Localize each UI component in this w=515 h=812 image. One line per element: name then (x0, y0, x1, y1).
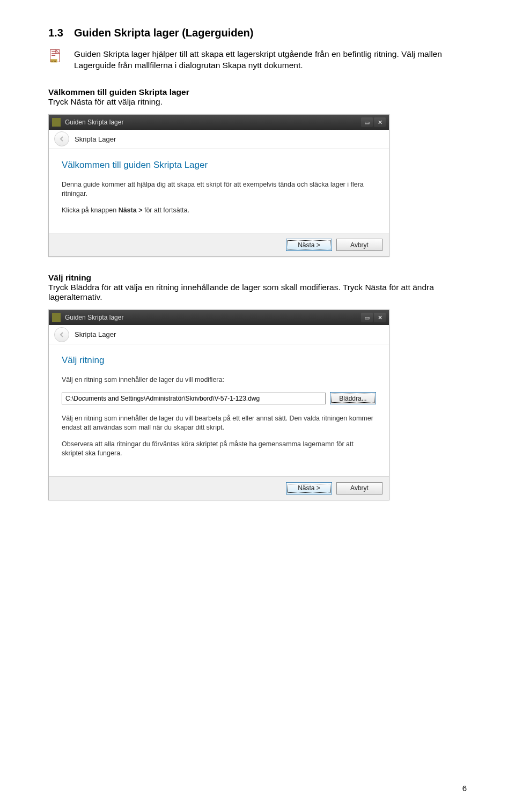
page-number: 6 (462, 784, 467, 793)
wizard-body-1: Välj en ritning som innehåller de lager … (62, 414, 376, 432)
wizard-heading: Välkommen till guiden Skripta Lager (62, 160, 376, 171)
script-file-icon: SCR (48, 49, 63, 64)
dialog-content: Välkommen till guiden Skripta Lager Denn… (49, 149, 389, 233)
dialog-footer: Nästa > Avbryt (49, 476, 389, 500)
cancel-button[interactable]: Avbryt (336, 239, 382, 251)
block1-text: Tryck Nästa för att välja ritning. (48, 97, 467, 107)
breadcrumb-bar: Skripta Lager (49, 325, 389, 344)
app-icon (52, 313, 61, 322)
block1-heading: Välkommen till guiden Skripta lager (48, 87, 467, 97)
dialog-content: Välj ritning Välj en ritning som innehål… (49, 344, 389, 476)
select-drawing-label: Välj en ritning som innehåller de lager … (62, 375, 376, 385)
next-button[interactable]: Nästa > (286, 239, 332, 251)
back-button[interactable] (54, 327, 69, 342)
browse-button[interactable]: Bläddra... (330, 392, 376, 404)
cancel-button[interactable]: Avbryt (336, 482, 382, 494)
path-row: Bläddra... (62, 392, 376, 404)
dialog-footer: Nästa > Avbryt (49, 233, 389, 256)
block2-text: Tryck Bläddra för att välja en ritning i… (48, 283, 467, 302)
next-button[interactable]: Nästa > (286, 482, 332, 494)
wizard-dialog-welcome: Guiden Skripta lager ▭ ✕ Skripta Lager V… (48, 114, 389, 257)
app-icon (52, 118, 61, 127)
window-title: Guiden Skripta lager (65, 314, 360, 321)
breadcrumb-bar: Skripta Lager (49, 130, 389, 149)
intro-paragraph: Guiden Skripta lager hjälper till att sk… (74, 49, 467, 71)
section-heading: 1.3 Guiden Skripta lager (Lagerguiden) (48, 27, 467, 39)
back-button[interactable] (54, 131, 69, 146)
minimize-icon[interactable]: ▭ (361, 117, 373, 127)
close-icon[interactable]: ✕ (374, 117, 386, 127)
window-title: Guiden Skripta lager (65, 119, 360, 126)
close-icon[interactable]: ✕ (374, 313, 386, 322)
wizard-body-2: Observera att alla ritningar du förvänta… (62, 440, 376, 458)
wizard-dialog-select-drawing: Guiden Skripta lager ▭ ✕ Skripta Lager V… (48, 309, 389, 500)
wizard-body-2: Klicka på knappen Nästa > för att fortsä… (62, 206, 376, 215)
intro-block: SCR Guiden Skripta lager hjälper till at… (48, 49, 467, 71)
svg-text:SCR: SCR (51, 60, 56, 63)
wizard-heading: Välj ritning (62, 355, 376, 366)
drawing-path-input[interactable] (62, 393, 326, 404)
titlebar: Guiden Skripta lager ▭ ✕ (49, 115, 389, 130)
breadcrumb: Skripta Lager (75, 330, 116, 338)
section-number: 1.3 (48, 27, 74, 39)
block2-heading: Välj ritning (48, 273, 467, 283)
wizard-body-1: Denna guide kommer att hjälpa dig att sk… (62, 180, 376, 198)
minimize-icon[interactable]: ▭ (361, 313, 373, 322)
titlebar: Guiden Skripta lager ▭ ✕ (49, 310, 389, 325)
breadcrumb: Skripta Lager (75, 135, 116, 143)
section-title: Guiden Skripta lager (Lagerguiden) (74, 27, 254, 39)
